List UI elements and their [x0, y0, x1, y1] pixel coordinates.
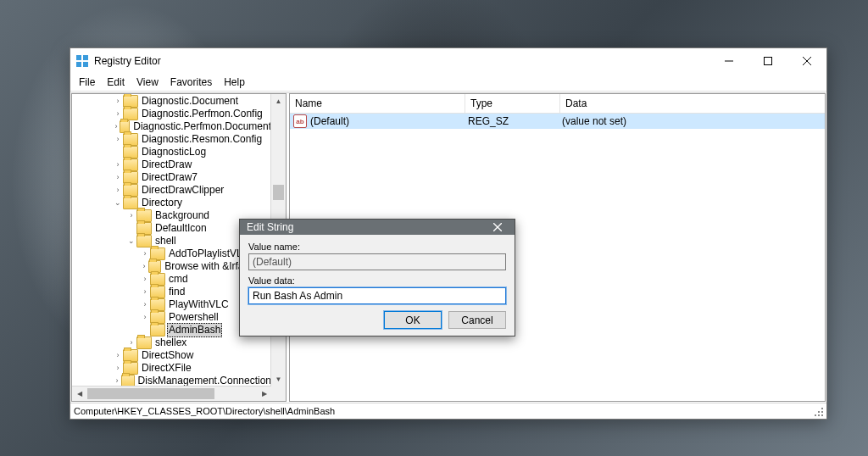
- tree-item[interactable]: ⌄Directory: [72, 197, 271, 209]
- expander-closed-icon[interactable]: ›: [113, 375, 121, 386]
- svg-rect-3: [83, 62, 88, 67]
- maximize-button[interactable]: [748, 48, 787, 74]
- svg-rect-12: [818, 411, 820, 413]
- tree-item-label[interactable]: cmd: [169, 273, 188, 286]
- expander-closed-icon[interactable]: ›: [140, 273, 150, 286]
- tree-item-label[interactable]: Diagnostic.Resmon.Config: [142, 133, 262, 146]
- tree-item-label[interactable]: Diagnostic.Perfmon.Document: [133, 120, 271, 133]
- horizontal-scrollbar[interactable]: ◀ ▶: [72, 386, 271, 401]
- tree-item[interactable]: ›Diagnostic.Perfmon.Config: [72, 108, 271, 120]
- cell-name: ab(Default): [290, 114, 463, 128]
- cell-type: REG_SZ: [463, 115, 557, 127]
- value-name-field[interactable]: [248, 253, 506, 270]
- tree-item-label[interactable]: DirectDraw: [142, 158, 192, 171]
- tree-item-label[interactable]: DefaultIcon: [155, 222, 207, 235]
- tree-item-label[interactable]: Powershell: [169, 311, 219, 324]
- tree-item[interactable]: ›Diagnostic.Resmon.Config: [72, 133, 271, 146]
- column-data[interactable]: Data: [560, 94, 825, 113]
- folder-icon: [150, 324, 165, 336]
- list-body[interactable]: ab(Default)REG_SZ(value not set): [290, 114, 825, 129]
- tree-item[interactable]: ›shellex: [72, 336, 271, 349]
- close-button[interactable]: [787, 48, 826, 74]
- column-name[interactable]: Name: [290, 94, 465, 113]
- expander-closed-icon[interactable]: ›: [140, 298, 150, 311]
- expander-closed-icon[interactable]: ›: [113, 184, 123, 197]
- cell-data: (value not set): [557, 115, 626, 127]
- tree-item-label[interactable]: DiagnosticLog: [142, 146, 206, 158]
- value-data-field[interactable]: [248, 287, 506, 304]
- menubar: File Edit View Favorites Help: [70, 74, 826, 92]
- svg-rect-9: [818, 414, 820, 416]
- tree-item[interactable]: ›Diagnostic.Document: [72, 95, 271, 108]
- scroll-right-icon[interactable]: ▶: [257, 386, 271, 401]
- menu-favorites[interactable]: Favorites: [165, 75, 217, 90]
- expander-closed-icon[interactable]: ›: [113, 158, 123, 171]
- dialog-title: Edit String: [247, 221, 293, 233]
- tree-item-label[interactable]: shellex: [155, 336, 186, 349]
- tree-item-label[interactable]: Diagnostic.Document: [142, 95, 238, 108]
- expander-closed-icon[interactable]: ›: [140, 311, 150, 324]
- status-path: Computer\HKEY_CLASSES_ROOT\Directory\she…: [74, 406, 335, 416]
- menu-file[interactable]: File: [74, 75, 100, 90]
- list-header[interactable]: Name Type Data: [290, 94, 825, 114]
- menu-view[interactable]: View: [131, 75, 164, 90]
- string-value-icon: ab: [293, 114, 307, 128]
- tree-item[interactable]: ›DirectXFile: [72, 362, 271, 375]
- tree-item[interactable]: ›DirectShow: [72, 349, 271, 362]
- expander-closed-icon[interactable]: ›: [113, 95, 123, 108]
- scroll-thumb[interactable]: [273, 185, 284, 200]
- expander-closed-icon[interactable]: ›: [126, 209, 136, 222]
- scroll-left-icon[interactable]: ◀: [72, 386, 86, 401]
- minimize-button[interactable]: [709, 48, 748, 74]
- titlebar[interactable]: Registry Editor: [70, 48, 826, 74]
- tree-item[interactable]: DiagnosticLog: [72, 146, 271, 158]
- ok-button[interactable]: OK: [384, 311, 442, 329]
- tree-item-label[interactable]: PlayWithVLC: [169, 298, 229, 311]
- folder-icon: [123, 197, 138, 209]
- svg-rect-11: [815, 414, 816, 416]
- column-type[interactable]: Type: [465, 94, 560, 113]
- tree-item-label[interactable]: AdminBash: [167, 323, 222, 337]
- tree-item[interactable]: ›DiskManagement.Connection: [72, 375, 271, 386]
- cancel-button[interactable]: Cancel: [448, 311, 506, 329]
- tree-item-label[interactable]: DirectDrawClipper: [142, 184, 224, 197]
- window-title: Registry Editor: [94, 55, 709, 67]
- expander-closed-icon[interactable]: ›: [113, 120, 120, 133]
- expander-open-icon[interactable]: ⌄: [113, 197, 123, 209]
- resize-grip-icon[interactable]: [815, 408, 825, 418]
- list-row[interactable]: ab(Default)REG_SZ(value not set): [290, 114, 825, 129]
- tree-item[interactable]: ›DirectDrawClipper: [72, 184, 271, 197]
- tree-item-label[interactable]: AddToPlaylistVLC: [169, 247, 249, 260]
- tree-item-label[interactable]: Directory: [142, 197, 182, 209]
- edit-string-dialog: Edit String Value name: Value data: OK C…: [239, 219, 515, 336]
- expander-closed-icon[interactable]: ›: [113, 349, 123, 362]
- expander-closed-icon[interactable]: ›: [140, 286, 150, 298]
- tree-item-label[interactable]: find: [169, 286, 185, 298]
- scroll-down-icon[interactable]: ▼: [271, 372, 286, 386]
- tree-item-label[interactable]: DirectShow: [142, 349, 193, 362]
- folder-icon: [121, 375, 134, 386]
- tree-item[interactable]: ›DirectDraw7: [72, 171, 271, 184]
- svg-rect-13: [821, 408, 823, 409]
- tree-item-label[interactable]: DiskManagement.Connection: [138, 375, 271, 386]
- expander-open-icon[interactable]: ⌄: [126, 235, 136, 247]
- menu-edit[interactable]: Edit: [102, 75, 130, 90]
- tree-item-label[interactable]: Background: [155, 209, 209, 222]
- value-data-label: Value data:: [248, 275, 506, 286]
- expander-closed-icon[interactable]: ›: [113, 133, 123, 146]
- dialog-titlebar[interactable]: Edit String: [240, 220, 515, 235]
- expander-closed-icon[interactable]: ›: [140, 260, 148, 273]
- scroll-thumb[interactable]: [87, 388, 214, 399]
- tree-item[interactable]: ›Diagnostic.Perfmon.Document: [72, 120, 271, 133]
- folder-icon: [136, 336, 152, 349]
- menu-help[interactable]: Help: [219, 75, 250, 90]
- tree-item[interactable]: ›DirectDraw: [72, 158, 271, 171]
- tree-item-label[interactable]: DirectXFile: [142, 362, 192, 375]
- expander-closed-icon[interactable]: ›: [113, 171, 123, 184]
- tree-item-label[interactable]: DirectDraw7: [142, 171, 198, 184]
- scroll-corner: [271, 386, 286, 401]
- tree-item-label[interactable]: Diagnostic.Perfmon.Config: [142, 108, 263, 120]
- dialog-close-button[interactable]: [481, 220, 515, 235]
- scroll-up-icon[interactable]: ▲: [271, 94, 286, 108]
- svg-rect-1: [83, 55, 88, 60]
